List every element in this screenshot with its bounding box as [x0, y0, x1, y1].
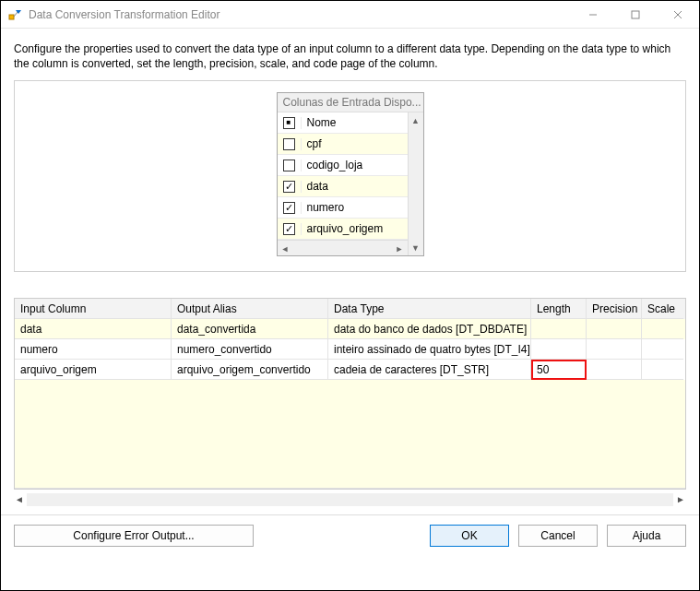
close-button[interactable] [657, 1, 699, 29]
col-header-type[interactable]: Data Type [328, 299, 531, 319]
cell-length[interactable] [531, 319, 587, 339]
available-columns-listbox: Colunas de Entrada Dispo... Nome cpf cod… [277, 92, 424, 256]
cell-type[interactable]: inteiro assinado de quatro bytes [DT_I4] [328, 339, 531, 360]
col-header-prec[interactable]: Precision [587, 299, 642, 319]
description-text: Configure the properties used to convert… [14, 41, 686, 71]
listbox-title: Colunas de Entrada Dispo... [278, 93, 423, 112]
checkbox[interactable] [283, 160, 295, 171]
checkbox[interactable] [283, 181, 295, 193]
list-item-label: arquivo_origem [302, 222, 408, 235]
list-item-label: data [302, 180, 408, 193]
cell-type[interactable]: cadeia de caracteres [DT_STR] [328, 360, 531, 380]
available-columns-panel: Colunas de Entrada Dispo... Nome cpf cod… [14, 80, 686, 272]
cell-scale[interactable] [642, 319, 683, 339]
cell-length[interactable] [531, 339, 587, 360]
cell-scale[interactable] [642, 339, 683, 360]
list-item[interactable]: arquivo_origem [278, 219, 408, 240]
window-title: Data Conversion Transformation Editor [29, 8, 572, 21]
cancel-button[interactable]: Cancel [518, 525, 598, 547]
list-item[interactable]: cpf [278, 134, 408, 155]
cell-alias[interactable]: arquivo_origem_convertido [172, 360, 328, 380]
grid-header-row: Input Column Output Alias Data Type Leng… [15, 299, 685, 319]
dialog-footer: Configure Error Output... OK Cancel Ajud… [1, 514, 699, 556]
cell-alias[interactable]: numero_convertido [172, 339, 328, 360]
list-item[interactable]: data [278, 176, 408, 197]
col-header-scale[interactable]: Scale [642, 299, 683, 319]
checkbox[interactable] [283, 202, 295, 214]
cell-scale[interactable] [642, 360, 683, 380]
cell-alias[interactable]: data_convertida [172, 319, 328, 339]
cell-input[interactable]: arquivo_origem [15, 360, 172, 380]
scroll-left-icon[interactable]: ◄ [278, 241, 293, 256]
col-header-length[interactable]: Length [531, 299, 587, 319]
conversion-grid: Input Column Output Alias Data Type Leng… [14, 298, 686, 490]
minimize-button[interactable] [572, 1, 614, 29]
cell-prec[interactable] [587, 360, 642, 380]
configure-error-output-button[interactable]: Configure Error Output... [14, 525, 254, 547]
grid-row[interactable]: arquivo_origem arquivo_origem_convertido… [15, 360, 685, 380]
col-header-input[interactable]: Input Column [15, 299, 172, 319]
list-item[interactable]: numero [278, 197, 408, 219]
checkbox[interactable] [283, 223, 295, 235]
scroll-left-icon[interactable]: ◄ [14, 494, 25, 504]
grid-row[interactable]: data data_convertida data do banco de da… [15, 319, 685, 339]
scroll-down-icon[interactable]: ▼ [409, 240, 423, 255]
list-item-label: cpf [302, 137, 408, 150]
titlebar: Data Conversion Transformation Editor [1, 1, 699, 29]
grid-row[interactable]: numero numero_convertido inteiro assinad… [15, 339, 685, 360]
cell-input[interactable]: data [15, 319, 172, 339]
list-item[interactable]: codigo_loja [278, 155, 408, 176]
scroll-right-icon[interactable]: ► [392, 241, 408, 256]
listbox-header-row: Nome [278, 112, 408, 134]
col-header-alias[interactable]: Output Alias [172, 299, 328, 319]
cell-prec[interactable] [587, 319, 642, 339]
scroll-right-icon[interactable]: ► [675, 494, 686, 504]
scroll-up-icon[interactable]: ▲ [409, 112, 423, 128]
vertical-scrollbar[interactable]: ▲ ▼ [408, 112, 423, 255]
cell-length[interactable]: 50 [531, 360, 587, 380]
horizontal-scrollbar[interactable]: ◄ ► [278, 240, 408, 255]
grid-horizontal-scrollbar[interactable]: ◄ ► [14, 491, 686, 507]
checkbox[interactable] [283, 138, 295, 150]
list-item-label: numero [302, 201, 408, 214]
svg-rect-3 [632, 11, 639, 18]
select-all-checkbox[interactable] [283, 117, 295, 129]
app-icon [8, 7, 23, 22]
cell-prec[interactable] [587, 339, 642, 360]
svg-line-1 [14, 12, 18, 17]
help-button[interactable]: Ajuda [607, 525, 686, 547]
svg-rect-0 [9, 15, 14, 19]
cell-type[interactable]: data do banco de dados [DT_DBDATE] [328, 319, 531, 339]
cell-input[interactable]: numero [15, 339, 172, 360]
ok-button[interactable]: OK [430, 525, 509, 547]
listbox-header-label: Nome [302, 116, 408, 129]
grid-empty-area [15, 380, 685, 489]
maximize-button[interactable] [614, 1, 657, 29]
list-item-label: codigo_loja [302, 159, 408, 171]
